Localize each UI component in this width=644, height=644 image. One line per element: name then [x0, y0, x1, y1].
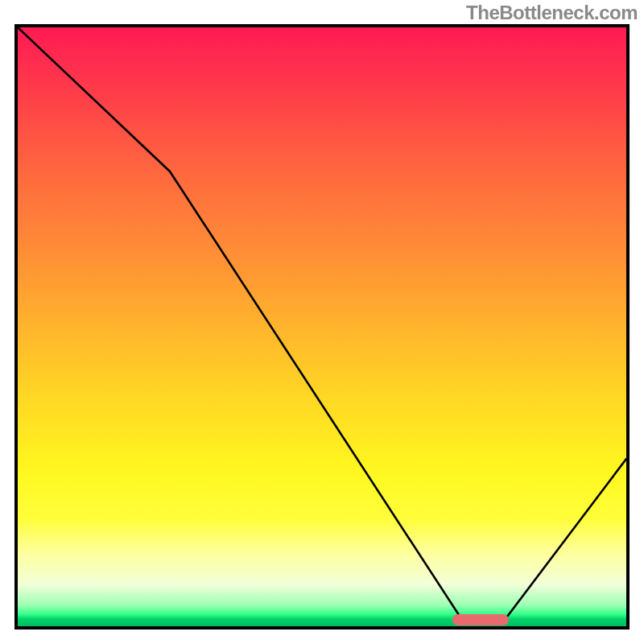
chart-container: TheBottleneck.com	[0, 0, 644, 644]
optimal-range-marker	[452, 614, 509, 625]
bottleneck-curve	[18, 27, 626, 620]
plot-svg	[18, 27, 626, 626]
plot-frame	[14, 24, 630, 630]
watermark-text: TheBottleneck.com	[466, 2, 638, 24]
